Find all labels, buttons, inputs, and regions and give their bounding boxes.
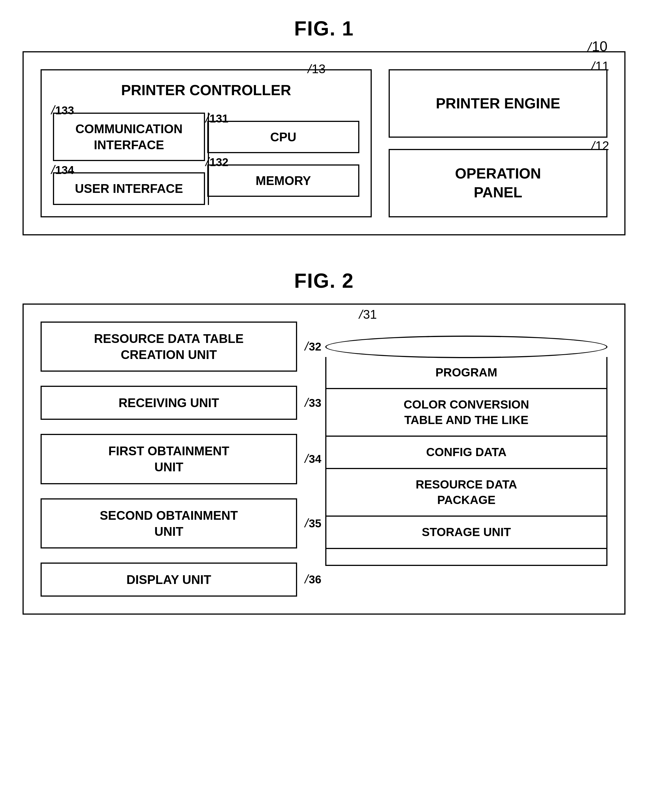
figure-2-title: FIG. 2 xyxy=(23,269,625,292)
second-obtainment-ref: /35 xyxy=(305,516,321,531)
storage-row-storage-unit: STORAGE UNIT xyxy=(326,516,606,548)
communication-interface-box: /133 COMMUNICATIONINTERFACE xyxy=(53,113,205,161)
user-interface-ref: /134 xyxy=(51,163,74,177)
memory-box: /132 MEMORY xyxy=(207,165,359,197)
printer-engine-ref: /11 xyxy=(591,59,609,73)
first-obtainment-unit-box: /34 FIRST OBTAINMENTUNIT xyxy=(41,434,297,484)
figure-1-title: FIG. 1 xyxy=(23,17,625,40)
second-obtainment-unit-box: /35 SECOND OBTAINMENTUNIT xyxy=(41,498,297,548)
operation-panel-ref: /12 xyxy=(591,139,609,153)
storage-ref: /31 xyxy=(359,307,377,322)
figure-1-container: /10 /13 PRINTER CONTROLLER /133 COMMUNIC… xyxy=(23,51,625,235)
printer-controller-ref: /13 xyxy=(308,62,326,76)
receiving-unit-box: /33 RECEIVING UNIT xyxy=(41,386,297,420)
rdtcu-ref: /32 xyxy=(305,339,321,354)
resource-data-table-creation-unit-box: /32 RESOURCE DATA TABLECREATION UNIT xyxy=(41,322,297,372)
fig1-outer-ref: /10 xyxy=(588,38,607,55)
printer-engine-label: PRINTER ENGINE xyxy=(436,95,560,112)
operation-panel-box: /12 OPERATIONPANEL xyxy=(389,149,607,217)
operation-panel-label: OPERATIONPANEL xyxy=(455,164,541,202)
printer-engine-box: /11 PRINTER ENGINE xyxy=(389,69,607,138)
storage-row-resource-data: RESOURCE DATAPACKAGE xyxy=(326,468,606,516)
printer-controller-box: /13 PRINTER CONTROLLER /133 COMMUNICATIO… xyxy=(41,69,372,217)
display-unit-box: /36 DISPLAY UNIT xyxy=(41,563,297,597)
memory-ref: /132 xyxy=(206,155,228,169)
display-unit-ref: /36 xyxy=(305,572,321,587)
user-interface-box: /134 USER INTERFACE xyxy=(53,172,205,205)
comm-interface-ref: /133 xyxy=(51,103,74,118)
figure-2-container: /32 RESOURCE DATA TABLECREATION UNIT /33… xyxy=(23,304,625,615)
storage-row-color-conversion: COLOR CONVERSIONTABLE AND THE LIKE xyxy=(326,388,606,435)
receiving-unit-ref: /33 xyxy=(305,395,321,410)
first-obtainment-ref: /34 xyxy=(305,452,321,466)
cpu-box: /131 CPU xyxy=(207,121,359,153)
printer-controller-label: PRINTER CONTROLLER xyxy=(53,82,359,99)
storage-row-config: CONFIG DATA xyxy=(326,435,606,468)
storage-row-program: PROGRAM xyxy=(326,357,606,388)
cpu-ref: /131 xyxy=(206,111,228,126)
